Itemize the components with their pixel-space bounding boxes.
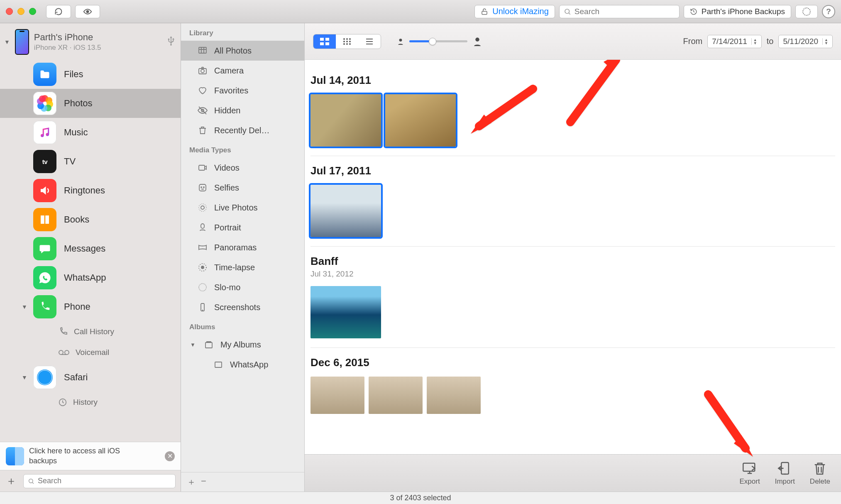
section-subtitle: Jul 31, 2012: [310, 269, 835, 279]
sidebar-search[interactable]: [23, 474, 176, 488]
nav-label: WhatsApp: [64, 272, 106, 283]
view-grid-button[interactable]: [313, 34, 336, 49]
backups-button[interactable]: Parth's iPhone Backups: [684, 5, 791, 18]
stepper-icon[interactable]: ▲▼: [822, 38, 828, 45]
minimize-icon[interactable]: [17, 8, 24, 15]
device-header[interactable]: ▼ Parth's iPhone iPhone XR · iOS 13.5: [0, 23, 181, 60]
albums-icon: [204, 340, 214, 350]
close-notice-button[interactable]: ✕: [165, 451, 175, 461]
video-icon: [198, 163, 208, 173]
library-sidebar: Library All Photos Camera Favorites Hidd…: [181, 23, 305, 492]
library-videos[interactable]: Videos: [181, 158, 304, 178]
disclosure-triangle-icon[interactable]: ▼: [4, 39, 10, 45]
library-selfies[interactable]: Selfies: [181, 178, 304, 198]
library-favorites[interactable]: Favorites: [181, 81, 304, 100]
export-button[interactable]: Export: [740, 461, 760, 486]
svg-point-18: [203, 187, 204, 188]
library-camera[interactable]: Camera: [181, 61, 304, 81]
nav-label: Ringtones: [64, 185, 105, 196]
add-button[interactable]: ＋: [5, 474, 17, 488]
nav-messages[interactable]: Messages: [0, 234, 181, 263]
toolbar-search[interactable]: [559, 5, 680, 18]
library-recently-deleted[interactable]: Recently Del…: [181, 120, 304, 140]
library-timelapse[interactable]: Time-lapse: [181, 257, 304, 277]
photo-thumb[interactable]: [427, 377, 481, 414]
nav-voicemail[interactable]: Voicemail: [0, 342, 181, 363]
camera-icon: [198, 66, 208, 76]
photo-thumb[interactable]: [310, 94, 381, 147]
section-title: Banff: [310, 255, 835, 268]
add-album-button[interactable]: ＋: [187, 476, 196, 488]
library-portrait[interactable]: Portrait: [181, 218, 304, 237]
photo-thumb[interactable]: [310, 185, 381, 237]
photo-grid[interactable]: Jul 14, 2011 Jul 17, 2011 Banff Jul 31, …: [305, 60, 841, 454]
nav-label: Safari: [64, 372, 88, 383]
svg-rect-29: [320, 42, 324, 45]
svg-point-32: [346, 38, 348, 40]
finder-icon: [6, 447, 24, 465]
help-button[interactable]: ?: [822, 5, 835, 18]
book-icon: [33, 208, 56, 231]
grid-large-icon: [320, 38, 329, 45]
library-album-whatsapp[interactable]: WhatsApp: [181, 355, 304, 374]
preview-button[interactable]: [75, 5, 100, 18]
backups-notice[interactable]: Click here to access all iOS backups ✕: [0, 442, 181, 470]
zoom-thumb[interactable]: [429, 38, 436, 45]
photo-thumb[interactable]: [310, 286, 381, 338]
nav-tv[interactable]: tv TV: [0, 147, 181, 176]
activity-button[interactable]: [795, 5, 818, 18]
library-slomo[interactable]: Slo-mo: [181, 277, 304, 297]
section-title: Dec 6, 2015: [310, 356, 835, 369]
close-icon[interactable]: [6, 8, 13, 15]
fullscreen-icon[interactable]: [29, 8, 36, 15]
nav-files[interactable]: Files: [0, 60, 181, 89]
library-live-photos[interactable]: Live Photos: [181, 198, 304, 218]
unlock-button[interactable]: Unlock iMazing: [474, 5, 555, 18]
zoom-slider[interactable]: [398, 37, 482, 46]
library-item-label: Hidden: [214, 106, 240, 115]
disclosure-triangle-icon[interactable]: ▼: [22, 374, 27, 381]
library-screenshots[interactable]: Screenshots: [181, 297, 304, 317]
library-my-albums[interactable]: ▼ My Albums: [181, 335, 304, 355]
library-hidden[interactable]: Hidden: [181, 100, 304, 120]
zoom-track[interactable]: [409, 40, 467, 42]
stepper-icon[interactable]: ▲▼: [751, 38, 757, 45]
nav-books[interactable]: Books: [0, 205, 181, 234]
photo-thumb[interactable]: [385, 94, 456, 147]
sidebar-search-input[interactable]: [38, 477, 171, 485]
view-list-button[interactable]: [358, 34, 381, 49]
media-types-header: Media Types: [181, 140, 304, 158]
photo-thumb[interactable]: [310, 377, 364, 414]
refresh-button[interactable]: [46, 5, 71, 18]
nav-phone[interactable]: ▼ Phone: [0, 292, 181, 321]
view-thumb-button[interactable]: [336, 34, 358, 49]
svg-rect-15: [199, 165, 205, 170]
toolbar-search-input[interactable]: [575, 7, 675, 16]
delete-button[interactable]: Delete: [810, 461, 830, 486]
date-section: Jul 14, 2011: [310, 66, 835, 156]
photo-thumb[interactable]: [369, 377, 423, 414]
svg-point-31: [343, 38, 345, 40]
remove-album-button[interactable]: −: [201, 476, 206, 488]
library-footer: ＋ −: [181, 472, 304, 492]
nav-history[interactable]: History: [0, 392, 181, 413]
to-date-input[interactable]: 5/11/2020 ▲▼: [778, 35, 833, 48]
library-all-photos[interactable]: All Photos: [181, 41, 304, 61]
from-date-input[interactable]: 7/14/2011 ▲▼: [707, 35, 762, 48]
nav-ringtones[interactable]: Ringtones: [0, 176, 181, 205]
import-button[interactable]: Import: [775, 461, 795, 486]
nav-call-history[interactable]: Call History: [0, 321, 181, 342]
nav-whatsapp[interactable]: WhatsApp: [0, 263, 181, 292]
search-icon: [564, 8, 571, 15]
action-label: Import: [775, 477, 795, 486]
album-icon: [213, 360, 223, 369]
albums-header: Albums: [181, 317, 304, 335]
disclosure-triangle-icon[interactable]: ▼: [190, 342, 196, 348]
library-panoramas[interactable]: Panoramas: [181, 237, 304, 257]
traffic-lights: [6, 8, 36, 15]
view-mode-switch[interactable]: [313, 34, 381, 49]
nav-photos[interactable]: Photos: [0, 89, 181, 118]
disclosure-triangle-icon[interactable]: ▼: [22, 303, 27, 310]
nav-music[interactable]: Music: [0, 118, 181, 147]
nav-safari[interactable]: ▼ Safari: [0, 363, 181, 392]
